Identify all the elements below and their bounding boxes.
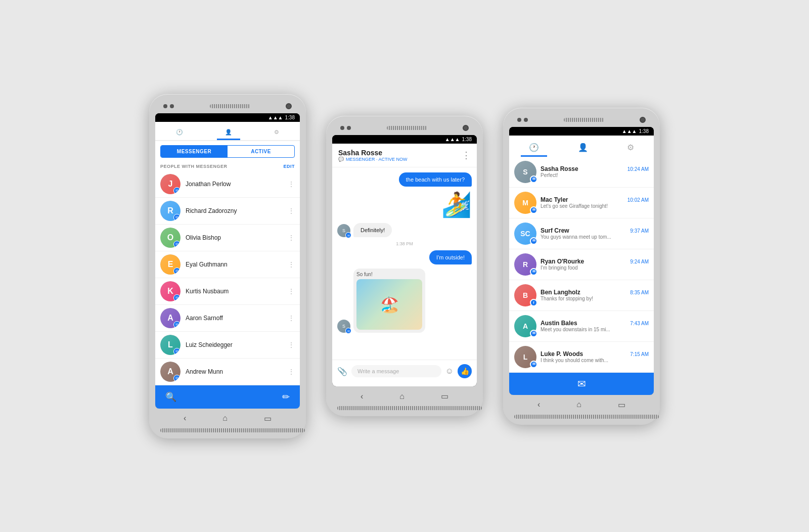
tab-gear-3[interactable]: ⚙ bbox=[619, 140, 642, 157]
contact-item[interactable]: K ✉ Kurtis Nusbaum ⋮ bbox=[155, 278, 300, 305]
more-options-icon[interactable]: ⋮ bbox=[288, 341, 295, 349]
messenger-badge: ✉ bbox=[530, 268, 537, 276]
avatar-sasha: S ✉ bbox=[514, 161, 536, 183]
back-button-3[interactable]: ‹ bbox=[537, 400, 540, 409]
attach-icon[interactable]: 📎 bbox=[337, 367, 347, 376]
contact-item[interactable]: E ✉ Eyal Guthmann ⋮ bbox=[155, 251, 300, 278]
contact-avatar: O ✉ bbox=[160, 228, 181, 248]
segment-control: MESSENGER ACTIVE bbox=[160, 145, 295, 158]
chat-contact-name: Sasha Rosse bbox=[338, 149, 408, 157]
home-button-3[interactable]: ⌂ bbox=[576, 400, 581, 409]
image-message: So fun! 🏖️ bbox=[353, 269, 425, 333]
messenger-badge: ✉ bbox=[173, 321, 181, 328]
message-item-ben[interactable]: B f Ben Langholz 8:35 AM Thanks for stop… bbox=[509, 280, 654, 311]
message-item-sasha[interactable]: S ✉ Sasha Rosse 10:24 AM Perfect! bbox=[509, 157, 654, 188]
more-options-icon[interactable]: ⋮ bbox=[288, 207, 295, 215]
status-bar-3: ▲▲▲ 1:38 bbox=[509, 127, 654, 136]
home-button-2[interactable]: ⌂ bbox=[399, 392, 404, 401]
avatar-surf: SC ✉ bbox=[514, 223, 536, 245]
more-options-icon[interactable]: ⋮ bbox=[288, 287, 295, 295]
contact-name: Jonathan Perlow bbox=[186, 181, 283, 188]
message-item-ryan[interactable]: R ✉ Ryan O'Rourke 9:24 AM I'm bringing f… bbox=[509, 249, 654, 280]
contact-item[interactable]: R ✉ Richard Zadorozny ⋮ bbox=[155, 198, 300, 225]
front-camera-dot-1 bbox=[517, 118, 521, 122]
bottom-bar-3: ✉ bbox=[509, 373, 654, 395]
menu-button-2[interactable]: ▭ bbox=[441, 391, 448, 401]
front-camera-dot-1 bbox=[340, 126, 344, 130]
compose-icon[interactable]: ✏ bbox=[282, 391, 290, 403]
message-item-luke[interactable]: L ✉ Luke P. Woods 7:15 AM I think you sh… bbox=[509, 342, 654, 373]
sender-name: Sasha Rosse bbox=[541, 165, 578, 172]
more-options-icon[interactable]: ⋮ bbox=[288, 314, 295, 322]
more-options-icon[interactable]: ⋮ bbox=[288, 260, 295, 269]
messenger-badge: ✉ bbox=[173, 294, 181, 301]
messenger-badge: ✉ bbox=[173, 268, 181, 275]
contact-item[interactable]: L ✉ Luiz Scheidegger ⋮ bbox=[155, 332, 300, 359]
chat-avatar-left: S ✉ bbox=[337, 224, 350, 237]
tab-person-3[interactable]: 👤 bbox=[570, 140, 596, 157]
tab-person-1[interactable]: 👤 bbox=[217, 126, 240, 140]
contact-item[interactable]: J ✉ Jonathan Perlow ⋮ bbox=[155, 171, 300, 198]
signal-icon-2: ▲▲▲ bbox=[445, 137, 460, 142]
tab-gear-1[interactable]: ⚙ bbox=[266, 126, 287, 140]
gear-icon: ⚙ bbox=[274, 129, 279, 135]
more-options-icon[interactable]: ⋮ bbox=[288, 180, 295, 188]
message-item-austin[interactable]: A ✉ Austin Bales 7:43 AM Meet you downst… bbox=[509, 311, 654, 342]
chat-more-options[interactable]: ⋮ bbox=[462, 150, 471, 161]
menu-button[interactable]: ▭ bbox=[264, 414, 272, 423]
contact-item[interactable]: A ✉ Andrew Munn ⋮ bbox=[155, 359, 300, 385]
more-options-icon[interactable]: ⋮ bbox=[288, 234, 295, 242]
message-input[interactable]: Write a message bbox=[351, 365, 441, 377]
phone-3-screen-content: 🕐 👤 ⚙ S ✉ Sasha Rosse 10:24 AM Perfect! bbox=[509, 136, 654, 395]
phone-2-bottom: ‹ ⌂ ▭ bbox=[332, 386, 477, 404]
contact-avatar: K ✉ bbox=[160, 281, 181, 301]
contact-avatar: R ✉ bbox=[160, 201, 181, 221]
chat-status: 💬 MESSENGER · ACTIVE NOW bbox=[338, 157, 408, 162]
contact-name: Aaron Sarnoff bbox=[186, 315, 283, 322]
chat-header-info: Sasha Rosse 💬 MESSENGER · ACTIVE NOW bbox=[338, 149, 408, 162]
tab-clock-3[interactable]: 🕐 bbox=[521, 140, 547, 157]
front-camera-2 bbox=[463, 125, 469, 131]
contact-list: J ✉ Jonathan Perlow ⋮ R ✉ Richard Zadoro… bbox=[155, 171, 300, 385]
emoji-icon[interactable]: ☺ bbox=[445, 367, 454, 376]
back-button-2[interactable]: ‹ bbox=[361, 392, 363, 401]
status-time-2: 1:38 bbox=[462, 137, 472, 142]
top-speaker-2 bbox=[387, 126, 427, 130]
section-header: PEOPLE WITH MESSENGER EDIT bbox=[155, 162, 300, 171]
like-button[interactable]: 👍 bbox=[458, 364, 472, 378]
message-item-mac[interactable]: M ✉ Mac Tyler 10:02 AM Let's go see Gira… bbox=[509, 188, 654, 218]
compose-icon-3[interactable]: ✉ bbox=[577, 378, 586, 390]
phone-2-front-cameras bbox=[340, 126, 351, 130]
message-time: 9:24 AM bbox=[630, 259, 649, 264]
phone-3-screen: ▲▲▲ 1:38 🕐 👤 ⚙ S ✉ Sasha Rosse bbox=[509, 127, 654, 395]
home-button[interactable]: ⌂ bbox=[222, 414, 228, 423]
message-preview: I'm bringing food bbox=[541, 265, 649, 271]
section-label: PEOPLE WITH MESSENGER bbox=[160, 164, 228, 169]
phone-3: ▲▲▲ 1:38 🕐 👤 ⚙ S ✉ Sasha Rosse bbox=[503, 108, 660, 425]
active-segment-btn[interactable]: ACTIVE bbox=[228, 146, 294, 157]
message-preview: Meet you downstairs in 15 mi... bbox=[541, 327, 649, 332]
messenger-segment-btn[interactable]: MESSENGER bbox=[161, 146, 228, 157]
back-button[interactable]: ‹ bbox=[184, 414, 186, 423]
image-message-wrapper: S ✉ So fun! 🏖️ bbox=[337, 269, 472, 333]
message-top: Austin Bales 7:43 AM bbox=[541, 320, 649, 327]
messenger-badge: ✉ bbox=[173, 375, 181, 382]
signal-icon: ▲▲▲ bbox=[268, 115, 283, 120]
phone-1: ▲▲▲ 1:38 🕐 👤 ⚙ MESSENGER ACTIVE bbox=[149, 94, 306, 438]
more-options-icon[interactable]: ⋮ bbox=[288, 368, 295, 376]
menu-button-3[interactable]: ▭ bbox=[618, 400, 625, 410]
edit-button[interactable]: EDIT bbox=[283, 164, 295, 169]
contact-name: Richard Zadorozny bbox=[186, 207, 283, 214]
avatar-ben: B f bbox=[514, 284, 536, 306]
contact-item[interactable]: A ✉ Aaron Sarnoff ⋮ bbox=[155, 305, 300, 332]
search-icon[interactable]: 🔍 bbox=[165, 391, 176, 403]
contact-name: Kurtis Nusbaum bbox=[186, 288, 283, 295]
message-list: S ✉ Sasha Rosse 10:24 AM Perfect! M ✉ bbox=[509, 157, 654, 373]
tab-clock-1[interactable]: 🕐 bbox=[168, 126, 191, 140]
messenger-badge: ✉ bbox=[173, 187, 181, 194]
message-content: Luke P. Woods 7:15 AM I think you should… bbox=[541, 350, 649, 363]
status-bar-2: ▲▲▲ 1:38 bbox=[332, 135, 477, 144]
input-placeholder: Write a message bbox=[357, 368, 399, 374]
message-item-surf[interactable]: SC ✉ Surf Crew 9:37 AM You guys wanna me… bbox=[509, 218, 654, 249]
contact-item[interactable]: O ✉ Olivia Bishop ⋮ bbox=[155, 225, 300, 251]
